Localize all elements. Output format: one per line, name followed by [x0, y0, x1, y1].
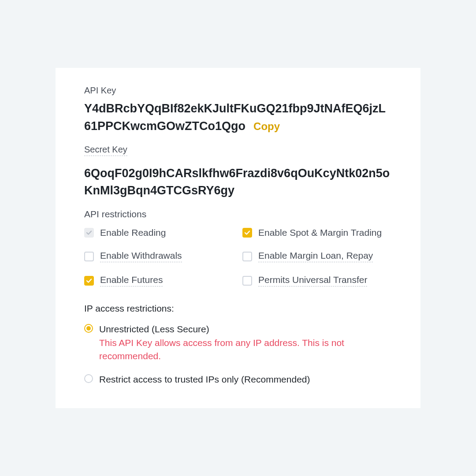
ip-restrictions-title: IP access restrictions:: [84, 303, 392, 314]
radio-unselected-icon: [84, 374, 93, 383]
restriction-item[interactable]: Enable Futures: [84, 275, 234, 286]
checkbox-icon: [242, 276, 252, 286]
checkbox-icon: [84, 228, 94, 238]
restriction-item[interactable]: Enable Margin Loan, Repay: [242, 250, 392, 262]
radio-selected-icon: [84, 324, 93, 333]
checkbox-icon: [242, 252, 252, 261]
restriction-label: Enable Margin Loan, Repay: [258, 250, 373, 262]
restriction-label: Enable Futures: [100, 275, 163, 286]
secret-key-label-wrap: Secret Key: [84, 145, 392, 160]
ip-option-1-warning: This API Key allows access from any IP a…: [99, 336, 392, 362]
ip-option-2-label: Restrict access to trusted IPs only (Rec…: [99, 373, 310, 386]
copy-button[interactable]: Copy: [253, 120, 280, 132]
api-key-label: API Key: [84, 86, 116, 96]
checkbox-icon: [84, 252, 94, 261]
secret-key-label: Secret Key: [84, 145, 127, 156]
api-key-value-row: Y4dBRcbYQqBIf82ekKJultFKuGQ21fbp9JtNAfEQ…: [84, 100, 392, 134]
secret-key-value: 6QoqF02g0I9hCARslkfhw6Frazdi8v6qOuKcyNtk…: [84, 165, 392, 199]
restriction-label: Enable Reading: [100, 227, 166, 238]
restriction-item[interactable]: Enable Withdrawals: [84, 250, 234, 262]
restriction-label: Enable Spot & Margin Trading: [258, 227, 382, 238]
restriction-label: Permits Universal Transfer: [258, 275, 367, 286]
ip-option-restricted[interactable]: Restrict access to trusted IPs only (Rec…: [84, 373, 392, 386]
restrictions-grid: Enable ReadingEnable Spot & Margin Tradi…: [84, 227, 392, 286]
checkbox-icon: [84, 276, 94, 286]
checkbox-icon: [242, 228, 252, 238]
api-settings-card: API Key Y4dBRcbYQqBIf82ekKJultFKuGQ21fbp…: [56, 68, 420, 408]
ip-option-unrestricted[interactable]: Unrestricted (Less Secure) This API Key …: [84, 323, 392, 362]
api-key-value: Y4dBRcbYQqBIf82ekKJultFKuGQ21fbp9JtNAfEQ…: [84, 102, 386, 132]
ip-option-1-text: Unrestricted (Less Secure) This API Key …: [99, 323, 392, 362]
restriction-item[interactable]: Enable Reading: [84, 227, 234, 238]
restriction-item[interactable]: Enable Spot & Margin Trading: [242, 227, 392, 238]
restriction-label: Enable Withdrawals: [100, 250, 182, 262]
api-restrictions-title: API restrictions: [84, 209, 392, 219]
ip-option-1-label: Unrestricted (Less Secure): [99, 323, 392, 335]
restriction-item[interactable]: Permits Universal Transfer: [242, 275, 392, 286]
